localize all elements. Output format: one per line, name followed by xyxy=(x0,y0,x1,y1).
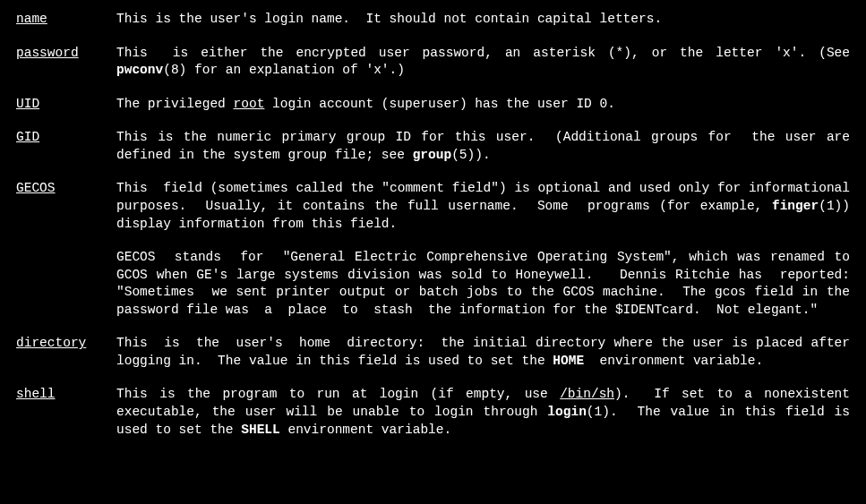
field-term: name xyxy=(16,11,116,29)
field-term: GID xyxy=(16,129,116,147)
field-term: password xyxy=(16,45,116,63)
field-description: The privileged root login account (super… xyxy=(116,96,850,114)
field-gecos: GECOSThis field (sometimes called the "c… xyxy=(16,180,850,319)
field-term: UID xyxy=(16,96,116,114)
field-term: directory xyxy=(16,335,116,353)
field-term: GECOS xyxy=(16,180,116,198)
field-description: This field (sometimes called the "commen… xyxy=(116,180,850,319)
field-name: nameThis is the user's login name. It sh… xyxy=(16,11,850,29)
field-description: This is the numeric primary group ID for… xyxy=(116,129,850,164)
field-shell: shellThis is the program to run at login… xyxy=(16,386,850,439)
field-description: This is the user's home directory: the i… xyxy=(116,335,850,370)
field-uid: UIDThe privileged root login account (su… xyxy=(16,96,850,114)
field-description: This is either the encrypted user passwo… xyxy=(116,45,850,80)
field-description: This is the program to run at login (if … xyxy=(116,386,850,439)
field-directory: directoryThis is the user's home directo… xyxy=(16,335,850,370)
field-term: shell xyxy=(16,386,116,404)
field-password: passwordThis is either the encrypted use… xyxy=(16,45,850,80)
manpage-content: nameThis is the user's login name. It sh… xyxy=(16,11,850,439)
field-gid: GIDThis is the numeric primary group ID … xyxy=(16,129,850,164)
field-description: This is the user's login name. It should… xyxy=(116,11,850,29)
